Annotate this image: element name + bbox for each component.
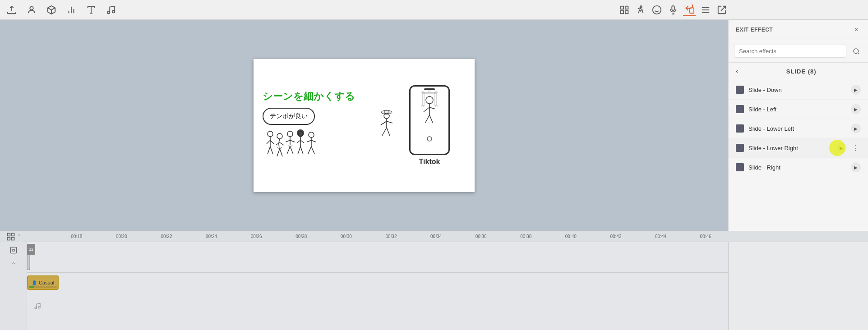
box-icon[interactable] [45,4,58,16]
music-track [27,296,728,316]
run-icon[interactable] [634,4,647,16]
svg-line-39 [287,147,290,154]
effect-play-button[interactable]: ▶ [851,162,861,172]
close-button[interactable]: × [852,25,861,34]
svg-point-85 [35,307,37,309]
bottom-timeline-area: ⌃ 00:18 00:20 00:22 00:24 00:26 00:28 00… [0,231,868,330]
effect-color-swatch [736,144,744,152]
svg-point-86 [38,307,40,308]
effect-name: Slide - Lower Right [748,145,832,151]
face-icon[interactable] [651,4,663,16]
person-icon[interactable] [25,4,38,16]
ruler-mark: 00:30 [324,234,369,239]
ruler-mark: 00:34 [414,234,459,239]
exit-effect-icon[interactable] [683,4,696,16]
timeline-collapse-icon[interactable]: ⌃ [17,234,21,239]
chart-icon[interactable] [65,4,78,16]
svg-line-74 [381,121,387,125]
svg-point-0 [30,6,33,9]
ruler-mark: 00:38 [503,234,549,239]
svg-line-27 [270,140,274,144]
audio-progress-fill [29,286,34,288]
export-icon[interactable] [716,4,728,16]
music-note-track-icon [31,299,44,313]
canvas-area: シーンを細かくする テンポが良い [0,20,728,231]
svg-line-79 [858,53,859,54]
svg-rect-82 [7,237,10,240]
tiktok-label: Tiktok [419,158,440,166]
right-panel: EXIT EFFECT × ‹ SLIDE (8) Slide - Down ▶… [728,20,868,231]
svg-point-24 [268,131,273,137]
ruler-mark: 00:28 [279,234,324,239]
search-submit-icon[interactable] [850,45,863,58]
svg-line-53 [308,147,311,154]
effect-color-swatch [736,124,744,133]
svg-rect-9 [621,6,623,9]
effect-color-swatch [736,163,744,171]
svg-point-13 [640,6,642,8]
upload-icon[interactable] [5,4,18,16]
effect-play-button[interactable]: ▶ [851,124,861,133]
category-header: ‹ SLIDE (8) [729,63,868,80]
dancer-svg [414,90,445,144]
ruler-mark: 00:36 [458,234,503,239]
svg-line-44 [300,140,304,143]
characters-svg [263,129,326,161]
svg-rect-81 [11,233,14,236]
video-track-icon[interactable] [7,244,20,257]
ruler-mark: 00:42 [593,234,638,239]
svg-point-30 [277,133,282,139]
ruler-mark: 00:22 [144,234,189,239]
svg-rect-84 [10,247,16,253]
svg-line-76 [382,128,387,136]
effects-list: Slide - Down ▶ Slide - Left ▶ Slide - Lo… [729,80,868,231]
audio-clip[interactable]: 👤 Casual [27,275,59,290]
effect-item-slide-right[interactable]: Slide - Right ▶ [729,158,868,177]
effect-play-button[interactable]: ▶ [836,143,846,153]
back-arrow-icon[interactable]: ‹ [736,67,738,75]
svg-line-28 [268,147,270,154]
svg-point-14 [653,6,661,14]
collapse-track-icon[interactable]: ⌃ [7,258,20,271]
svg-line-46 [300,147,303,154]
svg-line-43 [297,140,300,143]
phone-mockup [409,85,450,155]
video-track: 7 8 [27,242,728,273]
timeline-ruler: ⌃ 00:18 00:20 00:22 00:24 00:26 00:28 00… [0,231,868,242]
category-title: SLIDE (8) [742,68,861,75]
svg-line-29 [270,147,273,154]
svg-point-7 [107,11,110,14]
effect-play-button[interactable]: ▶ [851,104,861,114]
ruler-mark: 00:44 [638,234,683,239]
panel-title: EXIT EFFECT [736,27,773,33]
ruler-mark: 00:46 [683,234,728,239]
music-note-icon[interactable] [105,4,117,16]
bars-icon[interactable] [699,4,712,16]
text-icon[interactable] [85,4,97,16]
svg-line-67 [425,115,429,123]
timeline-grid-icon[interactable] [6,232,15,241]
effect-play-button[interactable]: ▶ [851,85,861,95]
svg-point-35 [287,131,293,137]
mic-icon[interactable] [667,4,679,16]
svg-rect-83 [11,237,14,240]
svg-rect-56 [423,92,424,106]
svg-line-40 [290,147,293,154]
effect-item-slide-left[interactable]: Slide - Left ▶ [729,100,868,119]
effect-item-slide-down[interactable]: Slide - Down ▶ [729,80,868,100]
slide-canvas: シーンを細かくする テンポが良い [254,59,475,192]
effect-item-slide-lower-left[interactable]: Slide - Lower Left ▶ [729,119,868,138]
speech-bubble: テンポが良い [263,108,315,125]
effect-more-button[interactable]: ⋮ [851,143,861,153]
effect-item-slide-lower-right[interactable]: Slide - Lower Right ▶ ⋮ [729,138,868,158]
characters-row [263,129,389,161]
svg-point-8 [112,10,115,12]
svg-rect-10 [625,6,628,9]
effect-color-swatch [736,86,744,94]
slide-content: シーンを細かくする テンポが良い [254,59,475,192]
ruler-mark: 00:24 [189,234,234,239]
search-input[interactable] [734,45,846,58]
svg-line-51 [307,140,311,142]
grid-layout-icon[interactable] [618,4,631,16]
effect-name: Slide - Left [748,106,846,113]
